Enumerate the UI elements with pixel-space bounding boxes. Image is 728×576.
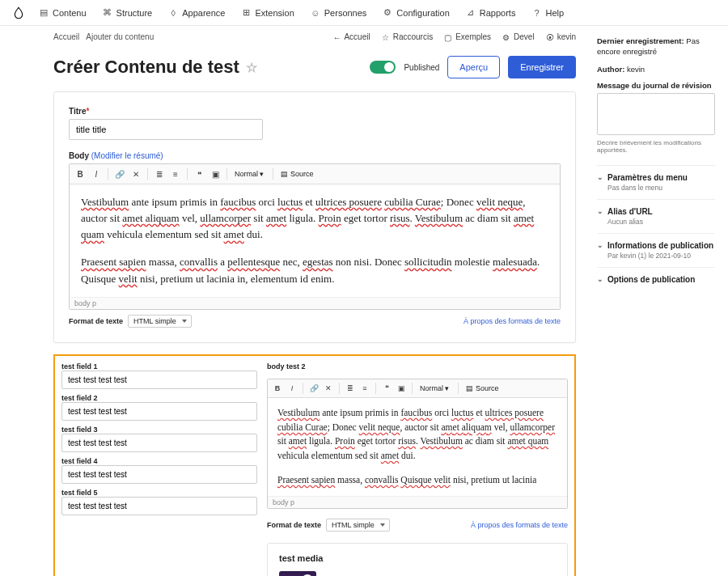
body2-editor: B I 🔗 ✕ ≣ ≡ ❝ ▣ Normal ▾ ▤ [267,379,568,509]
unlink-button[interactable]: ✕ [322,382,335,395]
style-dropdown[interactable]: Normal ▾ [231,170,269,178]
accordion-summary: Aucun alias [607,218,715,226]
page-icon: ▢ [444,33,452,41]
format-select[interactable]: HTML simple [128,315,192,328]
title-row: Créer Contenu de test☆ Published Aperçu … [5,48,587,91]
published-toggle[interactable] [370,61,396,74]
format-row: Format de texte HTML simple À propos des… [267,519,568,532]
examples-action[interactable]: ▢Exemples [444,32,491,41]
editor-toolbar: B I 🔗 ✕ ≣ ≡ ❝ ▣ Normal ▾ ▤Source [70,164,560,184]
nav-extension[interactable]: ⊞Extension [235,5,300,21]
source-button[interactable]: ▤Source [466,384,499,392]
star-icon: ☆ [382,33,390,41]
body-editor: B I 🔗 ✕ ≣ ≡ ❝ ▣ Normal ▾ ▤Source [69,163,561,310]
body2-content[interactable]: Vestibulum ante ipsum primis in faucibus… [268,398,567,496]
bold-button[interactable]: B [73,167,87,181]
field-label: test field 3 [61,426,257,434]
user-action[interactable]: ⦿kevin [546,32,576,41]
nav-label: Configuration [396,8,449,18]
back-action[interactable]: ←Accueil [332,32,370,41]
shortcuts-action[interactable]: ☆Raccourcis [382,32,433,41]
action-label: kevin [557,32,576,41]
nav-apparence[interactable]: ◊Apparence [162,5,231,21]
test-field-4-input[interactable] [61,465,257,484]
nav-rapports[interactable]: ⊿Rapports [459,5,523,21]
ul-button[interactable]: ≣ [344,382,357,395]
test-field-3-input[interactable] [61,434,257,452]
breadcrumb-home[interactable]: Accueil [53,32,79,41]
image-button[interactable]: ▣ [395,382,408,395]
edit-summary-link[interactable]: (Modifier le résumé) [91,151,163,160]
media-thumbnail: ✕ [279,571,316,576]
editor-path: body p [268,496,567,508]
body2-column: body test 2 B I 🔗 ✕ ≣ ≡ ❝ ▣ [267,362,568,576]
source-button[interactable]: ▤Source [281,170,314,178]
action-label: Exemples [455,32,491,41]
italic-button[interactable]: I [286,382,298,395]
link-button[interactable]: 🔗 [112,167,127,181]
source-icon: ▤ [466,384,473,392]
chevron-down-icon: ⌄ [597,173,603,181]
meta-sidebar: Dernier enregistrement: Pas encore enreg… [587,26,725,576]
page-title: Créer Contenu de test☆ [53,57,257,78]
ol-button[interactable]: ≡ [358,382,371,395]
quote-button[interactable]: ❝ [192,167,206,181]
content-icon: ▤ [39,8,49,18]
accordion-url-alias[interactable]: ⌄Alias d'URL Aucun alias [597,199,715,233]
bold-button[interactable]: B [271,382,284,395]
favorite-star-icon[interactable]: ☆ [246,60,257,75]
main-content-card: Titre* Body (Modifier le résumé) B I 🔗 ✕… [53,91,576,343]
nav-label: Contenu [53,8,87,18]
style-dropdown[interactable]: Normal ▾ [417,384,454,392]
format-label: Format de texte [69,317,123,325]
nav-contenu[interactable]: ▤Contenu [32,5,93,21]
nav-label: Personnes [324,8,367,18]
nav-structure[interactable]: ⌘Structure [96,5,159,21]
admin-toolbar: ▤Contenu ⌘Structure ◊Apparence ⊞Extensio… [0,0,728,26]
title-input[interactable] [69,119,263,140]
italic-button[interactable]: I [89,167,104,181]
test-field-1-input[interactable] [61,371,257,389]
extension-icon: ⊞ [241,8,251,18]
nav-help[interactable]: ?Help [525,5,570,21]
nav-configuration[interactable]: ⚙Configuration [376,5,455,21]
breadcrumb: Accueil Ajouter du contenu [53,32,154,41]
drupal-logo-icon[interactable] [11,6,26,20]
format-label: Format de texte [267,521,321,529]
accordion-publishing-options[interactable]: ⌄Options de publication [597,267,715,291]
action-label: Accueil [344,32,370,41]
ol-button[interactable]: ≡ [168,167,183,181]
structure-icon: ⌘ [103,8,112,18]
save-button[interactable]: Enregistrer [508,56,576,78]
about-formats-link[interactable]: À propos des formats de texte [471,521,568,529]
help-icon: ? [531,8,541,18]
image-button[interactable]: ▣ [208,167,222,181]
published-label: Published [404,63,439,72]
format-select[interactable]: HTML simple [326,519,390,532]
ul-button[interactable]: ≣ [152,167,167,181]
devel-action[interactable]: ⚙Devel [502,32,535,41]
reports-icon: ⊿ [466,8,476,18]
link-button[interactable]: 🔗 [307,382,320,395]
nav-label: Rapports [480,8,516,18]
unlink-button[interactable]: ✕ [129,167,143,181]
body-content[interactable]: Vestibulum ante ipsum primis in faucibus… [70,184,560,297]
test-field-2-input[interactable] [61,402,257,421]
about-formats-link[interactable]: À propos des formats de texte [463,317,561,325]
accordion-publishing-info[interactable]: ⌄Informations de publication Par kevin (… [597,233,715,267]
action-label: Raccourcis [393,32,433,41]
breadcrumb-current[interactable]: Ajouter du contenu [86,32,154,41]
quote-button[interactable]: ❝ [380,382,393,395]
body2-label: body test 2 [267,362,568,371]
revision-log-label: Message du journal de révision [597,81,715,90]
revision-log-input[interactable] [597,93,715,135]
accordion-menu-settings[interactable]: ⌄Paramètres du menu Pas dans le menu [597,165,715,199]
user-icon: ⦿ [546,33,554,41]
nav-label: Extension [255,8,294,18]
preview-button[interactable]: Aperçu [447,56,500,78]
field-label: test field 5 [61,489,257,497]
format-row: Format de texte HTML simple À propos des… [69,315,561,328]
action-label: Devel [514,32,535,41]
nav-personnes[interactable]: ☺Personnes [304,5,374,21]
test-field-5-input[interactable] [61,497,257,515]
